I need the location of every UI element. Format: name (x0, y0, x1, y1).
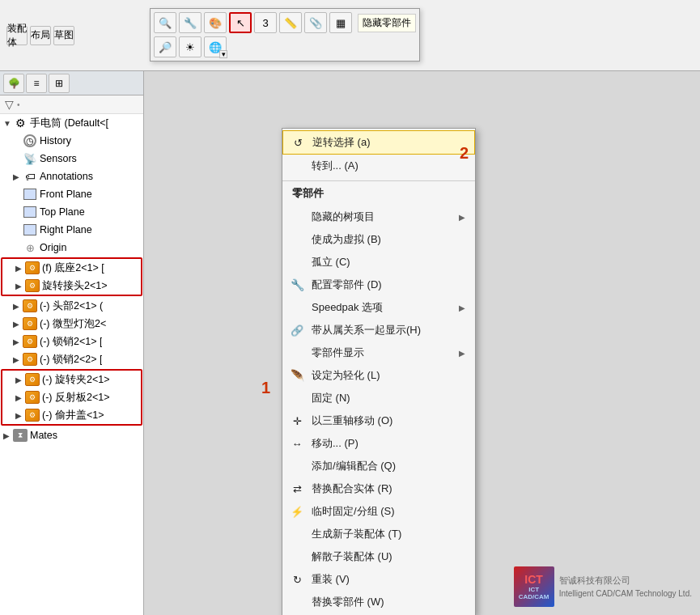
menu-item-goto[interactable]: 转到... (A) (282, 155, 475, 177)
menu-item-dissolve-subassembly[interactable]: 解散子装配体 (U) (282, 545, 475, 568)
zoom-btn[interactable]: 🔎 (154, 36, 176, 57)
badge-1: 1 (261, 379, 270, 397)
xuanjia-arrow: ▶ (15, 375, 25, 384)
feature-tree-panel: 🌳 ≡ ⊞ ▽ • ▼ ⚙ (0, 71, 144, 615)
globe-btn[interactable]: 🌐 ▾ (204, 36, 227, 57)
menu-item-fix[interactable]: 固定 (N) (282, 387, 475, 409)
sun-icon: ☀ (185, 41, 195, 53)
tree-item-annotations[interactable]: ▶ 🏷 Annotations (0, 168, 143, 185)
toolbar-popup: 🔍 🔧 🎨 ↖ 3 📏 📎 (150, 8, 420, 62)
tree-item-history[interactable]: ◷ History (0, 132, 143, 150)
toujing-arrow: ▶ (15, 411, 25, 420)
reload-icon: ↻ (289, 571, 305, 587)
menu-item-invert-select[interactable]: ↺ 逆转选择 (a) (282, 130, 475, 155)
attach-icon: 📎 (309, 17, 322, 29)
temp-fix-label: 临时固定/分组 (S) (312, 504, 395, 519)
tree-tab-1[interactable]: 🌳 (3, 74, 24, 93)
tree-filter-bar: ▽ • (0, 95, 143, 114)
menu-item-reload[interactable]: ↻ 重装 (V) (282, 568, 475, 591)
sketch-label: 草图 (54, 28, 74, 42)
dizuo-icon: ⚙ (25, 261, 40, 275)
menu-item-config-component[interactable]: 🔧 配置零部件 (D) (282, 274, 475, 296)
replace-mate-icon: ⇄ (289, 481, 305, 497)
color-btn[interactable]: 🎨 (204, 12, 227, 33)
tree-item-toubu[interactable]: ▶ ⚙ (-) 头部2<1> ( (0, 297, 143, 315)
menu-item-temp-fix[interactable]: ⚡ 临时固定/分组 (S) (282, 500, 475, 523)
component-display-arrow: ▶ (459, 349, 465, 358)
hide-component-label: 隐藏零部件 (358, 14, 416, 32)
tree-item-fanshe[interactable]: ▶ ⚙ (-) 反射板2<1> (2, 388, 141, 406)
isolate-label: 孤立 (C) (312, 255, 350, 269)
select-btn[interactable]: ↖ (229, 12, 252, 33)
highlighted-group-2: ▶ ⚙ (-) 旋转夹2<1> ▶ ⚙ (-) 反射板2<1> (1, 369, 142, 426)
suoxiao1-label: (-) 锁销2<1> [ (40, 335, 102, 349)
magnet-btn[interactable]: 🔧 (179, 12, 202, 33)
history-icon: ◷ (23, 134, 37, 148)
tree-item-sensors[interactable]: 📡 Sensors (0, 150, 143, 168)
viewport-area[interactable]: ↺ 逆转选择 (a) 转到... (A) 零部件 隐藏的树项目 (144, 71, 700, 615)
menu-item-add-edit-mate[interactable]: 添加/编辑配合 (Q) (282, 455, 475, 477)
filter-dot: • (17, 100, 20, 109)
tree-item-suoxiao2[interactable]: ▶ ⚙ (-) 锁销2<2> [ (0, 350, 143, 368)
toubu-arrow: ▶ (13, 302, 23, 311)
layout-label: 布局 (31, 28, 50, 42)
tree-item-suoxiao1[interactable]: ▶ ⚙ (-) 锁销2<1> [ (0, 333, 143, 350)
menu-section-header-components: 零部件 (282, 183, 475, 204)
tree-item-weixing[interactable]: ▶ ⚙ (-) 微型灯泡2< (0, 315, 143, 333)
menu-item-move-triad[interactable]: ✛ 以三重轴移动 (O) (282, 409, 475, 432)
xuanjia-label: (-) 旋转夹2<1> (42, 373, 109, 387)
menu-item-replace-component[interactable]: 替换零部件 (W) (282, 591, 475, 613)
tab-assemble[interactable]: 装配体 (6, 26, 28, 45)
attach-btn[interactable]: 📎 (304, 12, 327, 33)
replace-mate-entity-label: 替换配合实体 (R) (312, 481, 392, 496)
badge-2: 2 (460, 144, 469, 163)
watermark-company-cn: 智诚科技有限公司 (559, 574, 692, 587)
menu-item-hidden-tree[interactable]: 隐藏的树项目 ▶ (282, 206, 475, 228)
invert-select-label: 逆转选择 (a) (312, 135, 371, 150)
menu-item-set-lightweight[interactable]: 🪶 设定为轻化 (L) (282, 364, 475, 387)
tree-tab-3[interactable]: ⊞ (49, 74, 70, 93)
weixing-label: (-) 微型灯泡2< (40, 317, 106, 331)
tree-item-toujing[interactable]: ▶ ⚙ (-) 偷井盖<1> (2, 406, 141, 424)
tree-item-origin[interactable]: ⊕ Origin (0, 239, 143, 257)
goto-label: 转到... (A) (312, 159, 358, 173)
menu-item-component-display[interactable]: 零部件显示 ▶ (282, 341, 475, 364)
num3-btn[interactable]: 3 (254, 12, 277, 33)
menu-item-speedpak[interactable]: Speedpak 选项 ▶ (282, 296, 475, 319)
tree-content[interactable]: ▼ ⚙ 手电筒 (Default<[ ◷ History (0, 114, 143, 615)
menu-item-move[interactable]: ↔ 移动... (P) (282, 432, 475, 455)
suoxiao1-arrow: ▶ (13, 337, 23, 346)
tab-layout[interactable]: 布局 (30, 26, 51, 45)
menu-item-virtual[interactable]: 使成为虚拟 (B) (282, 228, 475, 251)
menu-item-isolate[interactable]: 孤立 (C) (282, 251, 475, 274)
menu-item-show-with-deps[interactable]: 🔗 带从属关系一起显示(H) (282, 319, 475, 341)
xuanzhan-arrow: ▶ (15, 282, 25, 291)
sun-btn[interactable]: ☀ (179, 36, 202, 57)
tree-tab-2[interactable]: ≡ (26, 74, 47, 93)
menu-item-replace-mate-entity[interactable]: ⇄ 替换配合实体 (R) (282, 477, 475, 500)
tree-root-item[interactable]: ▼ ⚙ 手电筒 (Default<[ (0, 114, 143, 132)
history-label: History (40, 135, 71, 146)
tree-item-front-plane[interactable]: Front Plane (0, 185, 143, 203)
tree-item-mates[interactable]: ▶ ⧗ Mates (0, 426, 143, 444)
table-btn[interactable]: ▦ (329, 12, 352, 33)
tree-item-right-plane[interactable]: Right Plane (0, 221, 143, 239)
rule-btn[interactable]: 📏 (279, 12, 302, 33)
tree-item-dizuo[interactable]: ▶ ⚙ (f) 底座2<1> [ (2, 259, 141, 277)
top-plane-label: Top Plane (40, 206, 85, 218)
tree-tab-3-icon: ⊞ (55, 78, 63, 89)
tab-sketch[interactable]: 草图 (53, 26, 74, 45)
watermark-cad-cam: ICT CAD/CAM (514, 586, 554, 600)
temp-fix-icon: ⚡ (289, 503, 305, 520)
tree-item-top-plane[interactable]: Top Plane (0, 203, 143, 221)
zoom-icon: 🔎 (159, 41, 172, 53)
right-plane-icon (23, 223, 37, 237)
menu-item-new-subassembly[interactable]: 生成新子装配体 (T) (282, 523, 475, 545)
tree-item-xuanjia[interactable]: ▶ ⚙ (-) 旋转夹2<1> (2, 371, 141, 388)
highlighted-group-1: ▶ ⚙ (f) 底座2<1> [ ▶ ⚙ 旋转接头2<1> (1, 257, 142, 296)
suoxiao2-icon: ⚙ (23, 352, 37, 367)
filter-btn[interactable]: 🔍 (154, 12, 176, 33)
watermark-brand: ICT (514, 573, 554, 586)
fanshe-arrow: ▶ (15, 393, 25, 402)
tree-item-xuanzhan[interactable]: ▶ ⚙ 旋转接头2<1> (2, 277, 141, 295)
